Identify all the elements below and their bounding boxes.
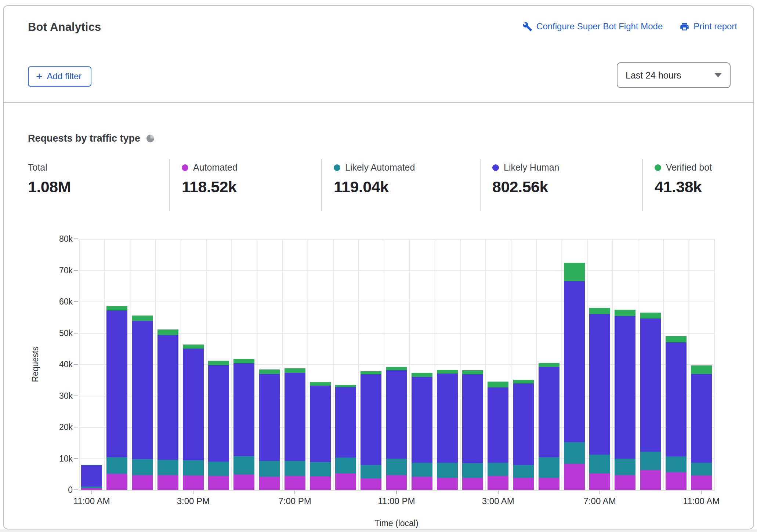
bar-segment[interactable] <box>361 478 381 490</box>
add-filter-button[interactable]: + Add filter <box>28 66 91 87</box>
bar-segment[interactable] <box>488 476 508 490</box>
bar-segment[interactable] <box>208 476 229 490</box>
bar-segment[interactable] <box>589 314 610 455</box>
bar-segment[interactable] <box>412 373 432 377</box>
bar-segment[interactable] <box>335 473 356 490</box>
bar-segment[interactable] <box>691 463 712 475</box>
bar-segment[interactable] <box>640 313 661 318</box>
bar-segment[interactable] <box>412 377 432 463</box>
bar-segment[interactable] <box>335 387 356 458</box>
bar-segment[interactable] <box>132 316 153 321</box>
print-report-link[interactable]: Print report <box>680 21 737 32</box>
bar-segment[interactable] <box>233 474 254 490</box>
bar-segment[interactable] <box>208 462 229 475</box>
bar-segment[interactable] <box>666 472 687 490</box>
bar-segment[interactable] <box>208 365 229 462</box>
bar-segment[interactable] <box>488 387 508 462</box>
bar-segment[interactable] <box>157 329 178 335</box>
bar-segment[interactable] <box>386 475 407 490</box>
bar-segment[interactable] <box>640 452 661 470</box>
bar-segment[interactable] <box>437 370 458 373</box>
time-range-select[interactable]: Last 24 hours <box>617 62 731 88</box>
bar-segment[interactable] <box>437 478 458 490</box>
bar-segment[interactable] <box>285 476 305 490</box>
bar-segment[interactable] <box>233 363 254 456</box>
bar-segment[interactable] <box>589 308 610 314</box>
bar-segment[interactable] <box>132 475 153 490</box>
bar-segment[interactable] <box>589 455 610 473</box>
bar-segment[interactable] <box>335 385 356 387</box>
bar-segment[interactable] <box>310 476 331 490</box>
bar-segment[interactable] <box>183 460 204 475</box>
bar-segment[interactable] <box>259 369 280 374</box>
bar-segment[interactable] <box>157 335 178 460</box>
bar-segment[interactable] <box>81 465 102 486</box>
bar-segment[interactable] <box>310 382 331 386</box>
bar-segment[interactable] <box>462 463 483 477</box>
bar-segment[interactable] <box>437 374 458 463</box>
bar-segment[interactable] <box>539 457 559 478</box>
bar-segment[interactable] <box>259 461 280 477</box>
bar-segment[interactable] <box>437 463 458 478</box>
bar-segment[interactable] <box>462 374 483 463</box>
bar-segment[interactable] <box>233 359 254 364</box>
bar-segment[interactable] <box>386 367 407 370</box>
configure-super-bot-fight-mode-link[interactable]: Configure Super Bot Fight Mode <box>522 21 663 32</box>
bar-segment[interactable] <box>666 342 687 456</box>
bar-segment[interactable] <box>335 458 356 473</box>
bar-segment[interactable] <box>259 374 280 461</box>
bar-segment[interactable] <box>183 475 204 490</box>
bar-segment[interactable] <box>513 380 534 383</box>
bar-segment[interactable] <box>462 370 483 374</box>
bar-segment[interactable] <box>691 475 712 490</box>
bar-segment[interactable] <box>488 463 508 476</box>
bar-segment[interactable] <box>539 363 559 367</box>
bar-segment[interactable] <box>183 345 204 349</box>
bar-segment[interactable] <box>691 374 712 463</box>
bar-segment[interactable] <box>132 321 153 459</box>
bar-segment[interactable] <box>640 470 661 490</box>
bar-segment[interactable] <box>233 456 254 474</box>
bar-segment[interactable] <box>564 281 585 442</box>
bar-segment[interactable] <box>666 456 687 472</box>
bar-segment[interactable] <box>412 463 432 477</box>
bar-segment[interactable] <box>285 368 305 373</box>
bar-segment[interactable] <box>285 461 305 475</box>
bar-segment[interactable] <box>386 459 407 475</box>
bar-segment[interactable] <box>691 365 712 374</box>
bar-segment[interactable] <box>310 462 331 476</box>
bar-segment[interactable] <box>386 370 407 459</box>
bar-segment[interactable] <box>513 465 534 478</box>
bar-segment[interactable] <box>259 477 280 490</box>
bar-segment[interactable] <box>564 464 585 490</box>
bar-segment[interactable] <box>183 349 204 460</box>
bar-segment[interactable] <box>539 478 559 490</box>
bar-segment[interactable] <box>462 478 483 490</box>
bar-segment[interactable] <box>361 371 381 375</box>
bar-segment[interactable] <box>208 361 229 365</box>
bar-segment[interactable] <box>589 473 610 490</box>
bar-segment[interactable] <box>564 263 585 281</box>
bar-segment[interactable] <box>615 459 635 475</box>
bar-segment[interactable] <box>81 465 102 466</box>
bar-segment[interactable] <box>615 475 635 490</box>
bar-segment[interactable] <box>615 316 635 458</box>
bar-segment[interactable] <box>106 474 127 490</box>
bar-segment[interactable] <box>615 310 635 316</box>
bar-segment[interactable] <box>488 382 508 387</box>
bar-segment[interactable] <box>361 374 381 464</box>
bar-segment[interactable] <box>640 318 661 452</box>
bar-segment[interactable] <box>412 477 432 490</box>
bar-segment[interactable] <box>81 487 102 488</box>
bar-segment[interactable] <box>564 442 585 464</box>
bar-segment[interactable] <box>666 336 687 342</box>
bar-segment[interactable] <box>310 386 331 462</box>
bar-segment[interactable] <box>513 383 534 464</box>
bar-segment[interactable] <box>157 460 178 475</box>
bar-segment[interactable] <box>539 367 559 457</box>
bar-segment[interactable] <box>106 310 127 457</box>
bar-segment[interactable] <box>106 306 127 310</box>
bar-segment[interactable] <box>106 457 127 473</box>
bar-segment[interactable] <box>81 488 102 490</box>
bar-segment[interactable] <box>132 459 153 475</box>
